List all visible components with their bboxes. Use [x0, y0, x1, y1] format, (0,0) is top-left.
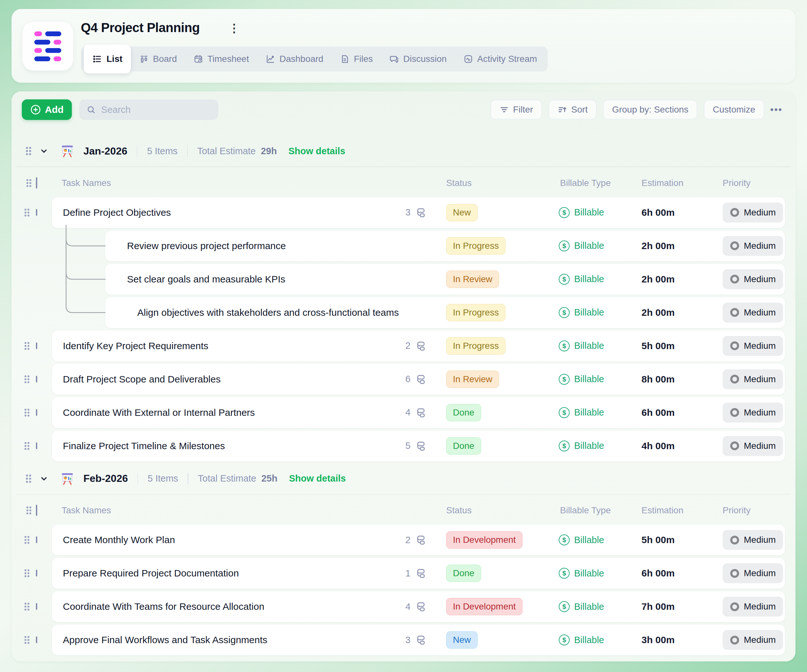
- status-badge[interactable]: In Development: [446, 531, 523, 549]
- billable-type[interactable]: $Billable: [559, 374, 604, 385]
- status-badge[interactable]: Done: [446, 437, 481, 455]
- task-name[interactable]: Coordinate With Teams for Resource Alloc…: [63, 601, 264, 612]
- add-button[interactable]: Add: [22, 100, 72, 120]
- tab-board[interactable]: Board: [131, 46, 185, 71]
- section-title[interactable]: Jan-2026: [83, 145, 127, 157]
- estimation-value[interactable]: 6h 00m: [641, 207, 674, 218]
- chevron-down-icon[interactable]: [39, 474, 49, 483]
- status-badge[interactable]: In Review: [446, 270, 499, 288]
- drag-handle-icon[interactable]: [23, 375, 31, 384]
- search-box[interactable]: [80, 100, 218, 119]
- chevron-down-icon[interactable]: [39, 146, 49, 156]
- show-details-link[interactable]: Show details: [288, 146, 345, 156]
- drag-handle-icon[interactable]: [23, 208, 31, 217]
- row-checkbox[interactable]: [36, 443, 37, 449]
- table-row[interactable]: Approve Final Workflows and Task Assignm…: [12, 625, 795, 655]
- drag-handle-icon[interactable]: [25, 178, 33, 188]
- drag-handle-icon[interactable]: [23, 635, 31, 645]
- estimation-value[interactable]: 2h 00m: [641, 274, 674, 285]
- priority-pill[interactable]: Medium: [722, 269, 783, 289]
- task-name[interactable]: Approve Final Workflows and Task Assignm…: [63, 634, 267, 645]
- search-input[interactable]: [100, 104, 204, 115]
- tab-dashboard[interactable]: Dashboard: [257, 46, 332, 71]
- estimation-value[interactable]: 7h 00m: [641, 601, 674, 612]
- task-name[interactable]: Align objectives with stakeholders and c…: [137, 307, 399, 318]
- tab-list[interactable]: List: [84, 45, 131, 73]
- priority-pill[interactable]: Medium: [722, 436, 783, 456]
- row-checkbox[interactable]: [36, 537, 37, 543]
- row-checkbox[interactable]: [36, 637, 37, 643]
- priority-pill[interactable]: Medium: [722, 202, 783, 222]
- billable-type[interactable]: $Billable: [559, 534, 604, 545]
- subtask-row[interactable]: Review previous project performanceIn Pr…: [12, 231, 795, 261]
- subtask-count[interactable]: 5: [392, 441, 425, 451]
- billable-type[interactable]: $Billable: [559, 274, 604, 285]
- subtask-count[interactable]: 1: [392, 568, 425, 579]
- subtask-count[interactable]: 3: [392, 207, 425, 218]
- task-name[interactable]: Prepare Required Project Documentation: [63, 568, 239, 579]
- tab-timesheet[interactable]: Timesheet: [185, 46, 257, 71]
- more-options-button[interactable]: •••: [770, 105, 783, 115]
- status-badge[interactable]: In Development: [446, 598, 523, 615]
- tab-discussion[interactable]: Discussion: [381, 46, 455, 71]
- subtask-row[interactable]: Align objectives with stakeholders and c…: [12, 297, 795, 328]
- table-row[interactable]: Identify Key Project Requirements2In Pro…: [12, 330, 795, 361]
- drag-handle-icon[interactable]: [23, 602, 31, 611]
- estimation-value[interactable]: 4h 00m: [641, 441, 674, 451]
- subtask-count[interactable]: 2: [392, 534, 425, 545]
- drag-handle-icon[interactable]: [24, 146, 33, 156]
- status-badge[interactable]: New: [446, 204, 478, 221]
- row-checkbox[interactable]: [36, 377, 37, 382]
- status-badge[interactable]: New: [446, 631, 478, 649]
- section-title[interactable]: Feb-2026: [83, 473, 128, 485]
- table-row[interactable]: Coordinate With External or Internal Par…: [12, 397, 795, 428]
- drag-handle-icon[interactable]: [24, 473, 33, 484]
- billable-type[interactable]: $Billable: [559, 407, 604, 418]
- drag-handle-icon[interactable]: [25, 506, 33, 515]
- estimation-value[interactable]: 8h 00m: [641, 374, 674, 385]
- select-all-checkbox[interactable]: [36, 178, 37, 188]
- subtask-count[interactable]: 4: [392, 601, 425, 612]
- priority-pill[interactable]: Medium: [722, 530, 783, 550]
- billable-type[interactable]: $Billable: [559, 241, 604, 251]
- subtask-row[interactable]: Set clear goals and measurable KPIsIn Re…: [12, 264, 795, 295]
- status-badge[interactable]: In Progress: [446, 337, 505, 355]
- priority-pill[interactable]: Medium: [722, 403, 783, 423]
- customize-button[interactable]: Customize: [704, 100, 764, 119]
- show-details-link[interactable]: Show details: [289, 473, 346, 484]
- table-row[interactable]: Prepare Required Project Documentation1D…: [12, 558, 795, 589]
- billable-type[interactable]: $Billable: [559, 568, 604, 579]
- status-badge[interactable]: In Review: [446, 371, 499, 388]
- subtask-count[interactable]: 4: [392, 407, 425, 418]
- subtask-count[interactable]: 6: [392, 374, 425, 385]
- priority-pill[interactable]: Medium: [722, 563, 783, 583]
- priority-pill[interactable]: Medium: [722, 597, 783, 617]
- estimation-value[interactable]: 2h 00m: [641, 241, 674, 251]
- table-row[interactable]: Coordinate With Teams for Resource Alloc…: [12, 591, 795, 622]
- group-by-button[interactable]: Group by: Sections: [603, 100, 697, 119]
- table-row[interactable]: Draft Project Scope and Deliverables6In …: [12, 364, 795, 395]
- priority-pill[interactable]: Medium: [722, 236, 783, 256]
- subtask-count[interactable]: 2: [392, 340, 425, 352]
- status-badge[interactable]: Done: [446, 564, 481, 582]
- task-name[interactable]: Identify Key Project Requirements: [63, 340, 209, 352]
- table-row[interactable]: Define Project Objectives3New$Billable6h…: [12, 197, 795, 228]
- task-name[interactable]: Create Monthly Work Plan: [63, 534, 175, 545]
- drag-handle-icon[interactable]: [23, 408, 31, 417]
- drag-handle-icon[interactable]: [23, 341, 31, 351]
- row-checkbox[interactable]: [36, 570, 37, 576]
- billable-type[interactable]: $Billable: [559, 340, 604, 352]
- select-all-checkbox[interactable]: [36, 505, 37, 516]
- estimation-value[interactable]: 5h 00m: [641, 534, 674, 545]
- billable-type[interactable]: $Billable: [559, 634, 604, 645]
- billable-type[interactable]: $Billable: [559, 307, 604, 318]
- priority-pill[interactable]: Medium: [722, 630, 783, 650]
- billable-type[interactable]: $Billable: [559, 441, 604, 451]
- estimation-value[interactable]: 6h 00m: [641, 407, 674, 418]
- status-badge[interactable]: In Progress: [446, 237, 505, 255]
- tab-files[interactable]: Files: [332, 46, 381, 71]
- kebab-menu-icon[interactable]: ⋮: [228, 22, 240, 34]
- drag-handle-icon[interactable]: [23, 441, 31, 451]
- task-name[interactable]: Review previous project performance: [127, 241, 286, 251]
- priority-pill[interactable]: Medium: [722, 336, 783, 356]
